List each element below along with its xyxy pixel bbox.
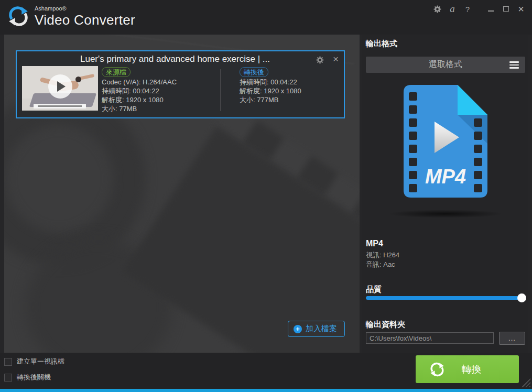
window-accent-border bbox=[0, 389, 532, 392]
resize-grip[interactable] bbox=[521, 378, 530, 387]
footer-bar: 建立單一視訊檔 轉換後關機 轉換 bbox=[0, 353, 532, 389]
converted-duration: 持續時間: 00:04:22 bbox=[240, 78, 301, 86]
watermark-reel2 bbox=[25, 239, 172, 353]
settings-gear-icon[interactable] bbox=[431, 3, 443, 15]
convert-button[interactable]: 轉換 bbox=[416, 355, 519, 383]
format-audio-info: 音訊: Aac bbox=[366, 260, 395, 269]
source-duration: 持續時間: 00:04:22 bbox=[102, 86, 177, 95]
converted-size: 大小: 777MB bbox=[240, 95, 301, 104]
app-title: Video Converter bbox=[35, 13, 135, 27]
output-panel: 輸出格式 選取格式 MP4 bbox=[362, 35, 528, 353]
output-format-heading: 輸出格式 bbox=[366, 39, 397, 49]
info-divider bbox=[220, 69, 221, 111]
icon-shadow bbox=[388, 210, 503, 218]
source-file-info: 來源檔 Codec (V/A): H.264/AAC 持續時間: 00:04:2… bbox=[102, 67, 177, 113]
convert-sync-icon bbox=[429, 362, 445, 377]
select-format-label: 選取格式 bbox=[429, 60, 462, 69]
source-resolution: 解析度: 1920 x 1080 bbox=[102, 95, 177, 104]
help-icon[interactable]: ? bbox=[462, 3, 473, 15]
source-size: 大小: 77MB bbox=[102, 104, 177, 113]
video-title: Luer's primary and advanced home exercis… bbox=[48, 54, 302, 64]
output-folder-heading: 輸出資料夾 bbox=[366, 320, 405, 330]
menu-icon bbox=[509, 61, 519, 69]
sync-logo-icon bbox=[7, 5, 29, 27]
watermark-clapperboard-top bbox=[215, 103, 360, 286]
quality-heading: 品質 bbox=[366, 285, 382, 295]
quality-slider-thumb[interactable] bbox=[517, 293, 526, 302]
minimize-button[interactable] bbox=[485, 3, 496, 15]
account-icon[interactable]: a bbox=[447, 3, 458, 15]
watermark-clapperboard bbox=[122, 126, 360, 353]
close-button[interactable]: × bbox=[515, 3, 527, 15]
select-format-button[interactable]: 選取格式 bbox=[366, 57, 525, 73]
play-icon[interactable] bbox=[48, 74, 72, 99]
single-file-checkbox[interactable] bbox=[4, 358, 12, 366]
add-files-button[interactable]: + 加入檔案 bbox=[288, 321, 345, 337]
video-thumbnail[interactable] bbox=[22, 66, 98, 111]
converted-badge: 轉換後 bbox=[240, 67, 268, 77]
brand-small: Ashampoo® bbox=[35, 6, 135, 12]
convert-label: 轉換 bbox=[445, 363, 498, 376]
single-file-label: 建立單一視訊檔 bbox=[17, 357, 64, 366]
single-file-option[interactable]: 建立單一視訊檔 bbox=[4, 357, 64, 366]
format-name: MP4 bbox=[366, 239, 383, 248]
shutdown-option[interactable]: 轉換後關機 bbox=[4, 373, 51, 382]
video-file-card[interactable]: Luer's primary and advanced home exercis… bbox=[16, 50, 345, 118]
file-list-area: Luer's primary and advanced home exercis… bbox=[4, 35, 360, 353]
add-files-label: 加入檔案 bbox=[306, 324, 337, 334]
app-window: Ashampoo® Video Converter a ? bbox=[0, 0, 532, 392]
plus-icon: + bbox=[294, 325, 302, 333]
browse-folder-button[interactable]: ... bbox=[499, 332, 525, 345]
format-video-info: 視訊: H264 bbox=[366, 251, 399, 260]
shutdown-checkbox[interactable] bbox=[4, 374, 12, 382]
output-folder-input[interactable] bbox=[366, 332, 494, 344]
quality-slider[interactable] bbox=[366, 296, 525, 300]
maximize-button[interactable] bbox=[500, 3, 512, 15]
titlebar-controls: a ? × bbox=[431, 2, 527, 16]
mp4-format-icon: MP4 bbox=[404, 85, 487, 198]
svg-text:MP4: MP4 bbox=[425, 166, 466, 188]
app-logo: Ashampoo® Video Converter bbox=[7, 5, 135, 27]
file-settings-gear-icon[interactable] bbox=[316, 56, 325, 65]
shutdown-label: 轉換後關機 bbox=[17, 373, 51, 382]
source-badge: 來源檔 bbox=[102, 67, 131, 77]
source-codec: Codec (V/A): H.264/AAC bbox=[102, 78, 177, 86]
converted-resolution: 解析度: 1920 x 1080 bbox=[240, 86, 301, 95]
converted-file-info: 轉換後 持續時間: 00:04:22 解析度: 1920 x 1080 大小: … bbox=[240, 67, 301, 104]
remove-file-icon[interactable]: × bbox=[333, 53, 339, 65]
title-bar: Ashampoo® Video Converter a ? bbox=[0, 0, 532, 35]
brand-text: Ashampoo® Video Converter bbox=[35, 6, 135, 27]
